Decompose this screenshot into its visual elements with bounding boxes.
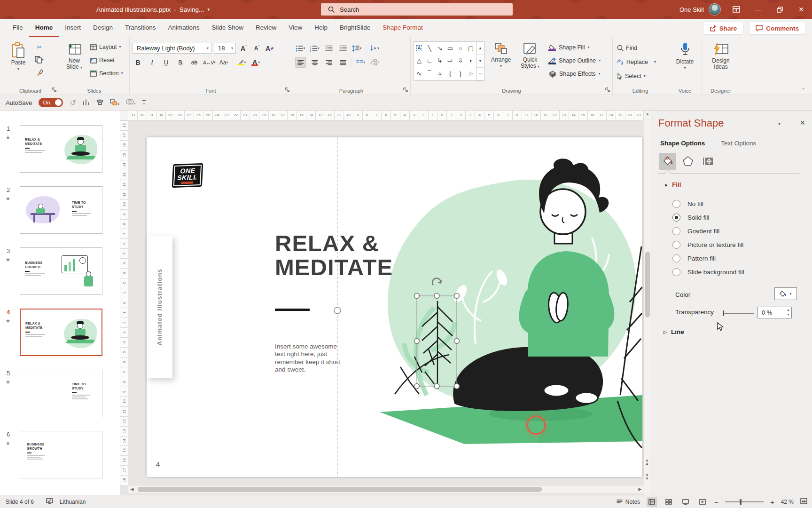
shape-effects-button[interactable]: Shape Effects▾	[547, 68, 602, 80]
shape-fill-button[interactable]: Shape Fill▾	[547, 41, 602, 54]
italic-icon[interactable]: I	[147, 57, 157, 68]
vertical-scroll-thumb[interactable]	[645, 252, 650, 318]
slide-indicator[interactable]: Slide 4 of 6	[6, 499, 34, 505]
transparency-slider[interactable]	[723, 313, 754, 314]
tab-insert[interactable]: Insert	[59, 19, 87, 37]
qat-align-objects-icon[interactable]	[96, 99, 103, 107]
autosave-toggle[interactable]: On	[39, 98, 63, 107]
qat-shapes-icon[interactable]: ▾	[110, 99, 119, 107]
normal-view-icon[interactable]	[647, 497, 657, 507]
font-dialog-launcher-icon[interactable]	[285, 87, 290, 93]
shape-triangle[interactable]: △	[414, 54, 424, 66]
tab-help[interactable]: Help	[308, 19, 334, 37]
fill-option-slide-background-fill[interactable]: Slide background fill	[672, 268, 744, 276]
reading-view-icon[interactable]	[680, 497, 691, 507]
search-box[interactable]: Search	[321, 3, 513, 16]
customize-qat-icon[interactable]: ⌄	[142, 100, 146, 105]
new-slide-button[interactable]: NewSlide ▾	[62, 40, 86, 85]
bold-icon[interactable]: B	[133, 57, 143, 68]
restore-icon[interactable]	[769, 0, 790, 19]
avatar[interactable]	[709, 3, 721, 16]
gallery-scroll-down-icon[interactable]: ▼	[476, 55, 484, 67]
increase-font-size-icon[interactable]: Aˆ	[238, 43, 249, 54]
selection-handle[interactable]	[414, 339, 420, 344]
font-size-select[interactable]: 18▾	[214, 43, 236, 54]
drawing-dialog-launcher-icon[interactable]	[605, 87, 610, 93]
fill-option-gradient-fill[interactable]: Gradient fill	[672, 227, 719, 235]
selection-handle[interactable]	[434, 294, 439, 299]
columns-icon[interactable]: ▾	[355, 57, 366, 68]
line-section-header[interactable]: ▷ Line	[664, 328, 684, 335]
slide-editing-area[interactable]: ONE SKILL Animated Illustrations RELAX &…	[147, 137, 642, 477]
undo-icon[interactable]: ↺	[70, 98, 76, 107]
tab-shape-format[interactable]: Shape Format	[376, 19, 429, 37]
close-icon[interactable]: ✕	[790, 0, 812, 19]
paragraph-dialog-launcher-icon[interactable]	[403, 87, 408, 93]
ribbon-display-options-icon[interactable]	[726, 0, 747, 19]
shape-star[interactable]: ☆	[466, 67, 476, 80]
spin-up-icon[interactable]: ▲	[787, 308, 790, 312]
previous-slide-icon[interactable]: ▲▲	[645, 459, 649, 465]
shadow-icon[interactable]: S	[175, 57, 186, 68]
thumbnail-slide-4-selected[interactable]: 4 ★ RELAX &MEDITATE	[0, 307, 120, 362]
qat-merge-shapes-icon[interactable]: ▾	[126, 99, 136, 106]
shape-left-brace[interactable]: {	[445, 67, 455, 80]
oneskill-logo[interactable]: ONE SKILL	[172, 163, 203, 188]
fill-line-icon[interactable]	[659, 153, 676, 170]
font-color-icon[interactable]: A▾	[250, 57, 261, 68]
tab-shape-options[interactable]: Shape Options	[660, 140, 705, 147]
panel-close-icon[interactable]: ✕	[800, 119, 805, 127]
gallery-scroll-up-icon[interactable]: ▲	[476, 42, 484, 55]
tab-animations[interactable]: Animations	[162, 19, 206, 37]
selection-handle[interactable]	[454, 294, 460, 299]
tab-brightslide[interactable]: BrightSlide	[334, 19, 376, 37]
thumbnail-slide-6[interactable]: 6 ★ BUSINESSGROWTH	[0, 429, 120, 484]
effects-icon[interactable]	[679, 153, 696, 170]
line-spacing-icon[interactable]: ▾	[351, 43, 362, 54]
decrease-font-size-icon[interactable]: Aˇ	[251, 43, 262, 54]
title-underline-shape[interactable]	[275, 309, 310, 311]
shape-rectangle[interactable]: ▭	[445, 42, 455, 54]
tab-file[interactable]: File	[7, 19, 29, 37]
strikethrough-icon[interactable]: ab	[189, 57, 200, 68]
zoom-level[interactable]: 42 %	[781, 499, 794, 505]
change-case-icon[interactable]: Aa▾	[219, 57, 229, 68]
fill-option-picture-fill[interactable]: Picture or texture fill	[672, 241, 743, 249]
fill-option-pattern-fill[interactable]: Pattern fill	[672, 254, 716, 262]
select-button[interactable]: Select▾	[616, 71, 665, 82]
align-right-icon[interactable]	[323, 57, 334, 68]
scroll-left-icon[interactable]: ◀	[128, 486, 136, 493]
decrease-indent-icon[interactable]	[323, 43, 334, 54]
transparency-slider-thumb[interactable]	[723, 310, 724, 316]
dictate-button[interactable]: Dictate ▾	[671, 40, 699, 85]
find-button[interactable]: Find	[616, 42, 665, 54]
scroll-right-icon[interactable]: ▶	[636, 486, 644, 493]
shape-elbow[interactable]: ∟	[424, 54, 435, 66]
justify-icon[interactable]	[337, 57, 348, 68]
text-direction-icon[interactable]: A▾	[369, 43, 380, 54]
size-properties-icon[interactable]	[700, 153, 717, 170]
language-indicator[interactable]: Lithuanian	[60, 499, 86, 505]
shape-outline-button[interactable]: Shape Outline▾	[547, 55, 602, 67]
share-button[interactable]: Share	[703, 22, 744, 35]
horizontal-ruler[interactable]: 3332313029282726252423222120191817161514…	[128, 111, 644, 120]
user-name[interactable]: One Skill	[679, 6, 704, 13]
bullets-icon[interactable]: ▾	[295, 43, 306, 54]
thumbnail-slide-3[interactable]: 3 ★ BUSINESSGROWTH	[0, 246, 120, 301]
zoom-in-icon[interactable]: +	[770, 498, 774, 506]
document-title[interactable]: Animated Illustrations.pptx - Saving... …	[96, 0, 210, 19]
shape-right-brace[interactable]: }	[455, 67, 466, 80]
text-highlight-icon[interactable]: ▾	[236, 57, 247, 68]
shape-rounded-rectangle[interactable]: ▢	[466, 42, 476, 54]
scroll-up-icon[interactable]: ▲	[646, 112, 649, 116]
shape-flowchart-delay[interactable]: ◗	[466, 54, 476, 66]
clipboard-dialog-launcher-icon[interactable]	[52, 87, 57, 93]
selection-handle[interactable]	[414, 384, 420, 389]
clear-formatting-icon[interactable]: A	[265, 43, 275, 54]
panel-menu-icon[interactable]: ▾	[778, 121, 781, 126]
qat-chart-icon[interactable]	[83, 99, 90, 107]
selection-handle[interactable]	[454, 384, 460, 389]
slide-title[interactable]: RELAX & MEDITATE	[275, 231, 393, 280]
minimize-icon[interactable]: —	[747, 0, 769, 19]
zoom-slider-thumb[interactable]	[740, 499, 742, 505]
